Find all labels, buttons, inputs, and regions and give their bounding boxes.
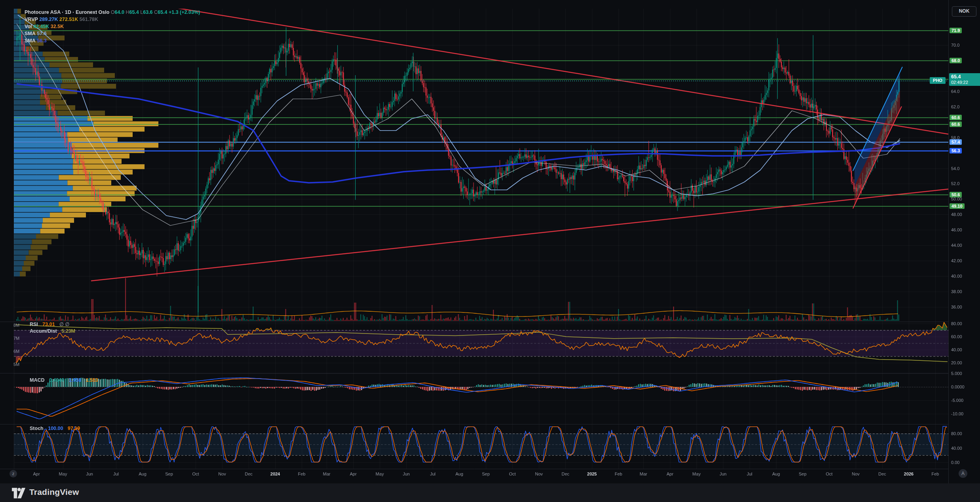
accdist-legend-row[interactable]: Accum/Dist 5.23M (30, 328, 78, 334)
auto-adjust-button[interactable]: A (959, 469, 967, 478)
month-label: Sep (799, 472, 807, 476)
ticker-flag-label[interactable]: PHO (930, 77, 946, 84)
ohlc-open-key: O (111, 9, 115, 15)
month-label: May (59, 472, 67, 476)
month-label: Apr (350, 472, 356, 476)
month-label: Mar (323, 472, 331, 476)
timezone-button[interactable]: z (10, 470, 17, 477)
chart-canvas[interactable] (0, 0, 980, 502)
symbol-legend-row[interactable]: Photocure ASA · 1D · Euronext Oslo O64.0… (25, 9, 200, 16)
rsi-tick-label: 40.00 (951, 347, 962, 352)
sma-slow-value: 56.3 (37, 38, 46, 44)
rsi-value: 73.01 (42, 322, 55, 327)
accdist-value: 5.23M (61, 328, 75, 334)
month-label: Aug (772, 472, 780, 476)
macd-tick-label: 0.0000 (951, 385, 965, 389)
price-tick-label: 62.0 (951, 104, 959, 109)
sma-slow-legend-row[interactable]: SMA 56.3 (25, 37, 200, 44)
price-tick-label: 36.00 (951, 305, 962, 309)
ohlc-close-key: C (154, 9, 158, 15)
price-level-badge: 68.0 (950, 58, 962, 63)
accdist-tick-label: 8M (13, 323, 19, 328)
month-label: Jul (113, 472, 119, 476)
footer-bar: TradingView (0, 483, 980, 502)
stoch-tick-label: 0.00 (951, 460, 959, 465)
price-tick-label: 42.00 (951, 258, 962, 263)
month-label: Feb (615, 472, 622, 476)
price-tick-label: 38.00 (951, 289, 962, 294)
ohlc-low-value: 63.6 (143, 9, 152, 15)
month-label: Jun (719, 472, 727, 476)
currency-button[interactable]: NOK (952, 6, 976, 17)
macd-tick-label: -5.000 (951, 398, 963, 403)
month-label: Apr (33, 472, 40, 476)
rsi-tick-label: 80.00 (951, 321, 962, 326)
month-label: Nov (852, 472, 860, 476)
tradingview-chart-window: savepiginvest created with TradingView.c… (0, 0, 980, 502)
price-level-badge: 57.4 (950, 139, 962, 145)
month-label: Feb (298, 472, 306, 476)
month-label: Aug (455, 472, 463, 476)
sma-fast-legend-row[interactable]: SMA 57.6 (25, 30, 200, 37)
ohlc-change: +1.3 (+2.03%) (169, 9, 200, 15)
volume-legend-row[interactable]: Vol 42.45K 32.5K (25, 23, 200, 30)
bar-countdown: 02:49:22 (951, 80, 980, 85)
month-label: Mar (640, 472, 647, 476)
rsi-tick-label: 20.00 (951, 360, 962, 365)
price-tick-label: 54.0 (951, 166, 959, 171)
month-label: Jul (430, 472, 436, 476)
year-label: 2025 (587, 472, 597, 476)
current-price-badge[interactable]: 65.4 02:49:22 (949, 73, 980, 86)
year-label: 2026 (904, 472, 913, 476)
rsi-label: RSI (30, 322, 38, 327)
legend-block: Photocure ASA · 1D · Euronext Oslo O64.0… (25, 9, 200, 44)
price-tick-label: 40.00 (951, 274, 962, 278)
month-label: Feb (932, 472, 939, 476)
vrvp-value-1: 289.27K (39, 17, 58, 22)
symbol-title: Photocure ASA · 1D · Euronext Oslo (25, 9, 109, 15)
stoch-legend-row[interactable]: Stoch 100.00 97.19 (30, 426, 83, 431)
price-tick-label: 48.00 (951, 212, 962, 217)
vrvp-value-3: 561.78K (80, 17, 98, 22)
vrvp-legend-row[interactable]: VRVP 289.27K 272.51K 561.78K (25, 16, 200, 23)
month-label: Dec (561, 472, 569, 476)
stoch-tick-label: 40.00 (951, 446, 962, 451)
month-label: May (376, 472, 384, 476)
vrvp-label: VRVP (25, 17, 38, 22)
month-label: Sep (165, 472, 173, 476)
month-label: Jun (86, 472, 93, 476)
price-level-badge: 50.6 (950, 192, 962, 197)
rsi-tick-label: 60.00 (951, 334, 962, 339)
price-level-badge: 71.9 (950, 28, 962, 33)
month-label: Oct (826, 472, 832, 476)
macd-legend-row[interactable]: MACD 0.4049 1.958 1.553 (30, 377, 101, 383)
price-level-badge: 60.6 (950, 121, 962, 127)
price-tick-label: 50.00 (951, 197, 962, 201)
price-tick-label: 64.0 (951, 89, 959, 94)
stoch-d-value: 97.19 (68, 426, 80, 431)
tradingview-logo-icon[interactable] (12, 488, 25, 498)
stoch-k-value: 100.00 (48, 426, 63, 431)
month-label: Aug (139, 472, 147, 476)
macd-label: MACD (30, 377, 45, 383)
price-tick-label: 44.00 (951, 243, 962, 248)
macd-tick-label: -10.00 (951, 411, 963, 416)
accdist-tick-label: 7M (13, 336, 19, 341)
rsi-args: ∅ ∅ (59, 322, 69, 327)
vrvp-value-2: 272.51K (59, 17, 78, 22)
month-label: Dec (878, 472, 886, 476)
month-label: May (693, 472, 701, 476)
month-label: Jul (747, 472, 752, 476)
ohlc-high-value: 65.4 (129, 9, 139, 15)
ohlc-close-value: 65.4 (158, 9, 167, 15)
month-label: Jun (403, 472, 410, 476)
sma-fast-label: SMA (25, 31, 36, 36)
macd-line-value: 1.958 (69, 377, 81, 383)
price-level-badge: 56.3 (950, 148, 962, 153)
macd-signal-value: 1.553 (86, 377, 98, 383)
month-label: Dec (245, 472, 253, 476)
month-label: Apr (666, 472, 673, 476)
ohlc-open-value: 64.0 (115, 9, 124, 15)
price-tick-label: 46.00 (951, 227, 962, 232)
rsi-legend-row[interactable]: RSI 73.01 ∅ ∅ (30, 321, 69, 327)
